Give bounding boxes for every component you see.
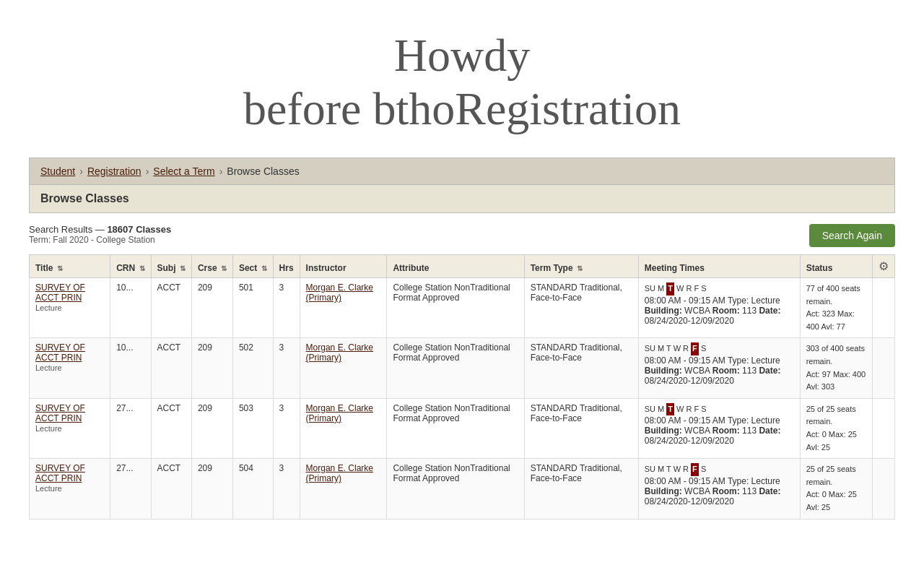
cell-instructor: Morgan E. Clarke (Primary) [300, 278, 387, 338]
status-detail: Act: 0 Max: 25 Avl: 25 [806, 428, 866, 454]
cell-hrs: 3 [273, 338, 300, 398]
instructor-link[interactable]: Morgan E. Clarke (Primary) [306, 463, 373, 483]
meeting-building: Building: WCBA Room: 113 Date: 08/24/202… [645, 486, 794, 506]
header-line1: Howdy [14, 29, 910, 82]
cell-hrs: 3 [273, 398, 300, 458]
col-crn: CRN ⇅ [110, 255, 151, 278]
status-seats: 303 of 400 seats remain. [806, 342, 866, 368]
course-link[interactable]: SURVEY OF ACCT PRIN [35, 463, 104, 483]
cell-status: 77 of 400 seats remain. Act: 323 Max: 40… [800, 278, 872, 338]
cell-subj: ACCT [151, 398, 191, 458]
meeting-days: SU M T W R F S [645, 463, 794, 476]
cell-crn: 10... [110, 338, 151, 398]
meeting-building: Building: WCBA Room: 113 Date: 08/24/202… [645, 366, 794, 386]
main-container: Student › Registration › Select a Term ›… [29, 158, 895, 519]
meeting-time-text: 08:00 AM - 09:15 AM Type: Lecture [645, 355, 794, 366]
cell-crn: 27... [110, 459, 151, 519]
cell-crse: 209 [191, 398, 232, 458]
course-link[interactable]: SURVEY OF ACCT PRIN [35, 403, 104, 423]
breadcrumb: Student › Registration › Select a Term ›… [29, 158, 895, 185]
cell-attribute: College Station NonTraditional Format Ap… [387, 278, 524, 338]
breadcrumb-sep-2: › [146, 165, 149, 177]
search-again-button[interactable]: Search Again [809, 224, 895, 247]
col-sect: Sect ⇅ [232, 255, 273, 278]
day-highlight: T [666, 403, 674, 416]
breadcrumb-current: Browse Classes [227, 165, 299, 177]
cell-subj: ACCT [151, 278, 191, 338]
table-header-row: Title ⇅ CRN ⇅ Subj ⇅ Crse ⇅ Sect ⇅ Hrs I… [30, 255, 895, 278]
meeting-building: Building: WCBA Room: 113 Date: 08/24/202… [645, 306, 794, 326]
cell-instructor: Morgan E. Clarke (Primary) [300, 459, 387, 519]
cell-meeting-times: SU M T W R F S 08:00 AM - 09:15 AM Type:… [638, 278, 800, 338]
day-highlight: T [666, 282, 674, 296]
cell-meeting-times: SU M T W R F S 08:00 AM - 09:15 AM Type:… [638, 398, 800, 458]
cell-meeting-times: SU M T W R F S 08:00 AM - 09:15 AM Type:… [638, 459, 800, 519]
col-title: Title ⇅ [30, 255, 110, 278]
cell-sect: 504 [232, 459, 273, 519]
course-link[interactable]: SURVEY OF ACCT PRIN [35, 282, 104, 303]
cell-term-type: STANDARD Traditional, Face-to-Face [524, 338, 638, 398]
table-row: SURVEY OF ACCT PRIN Lecture 10... ACCT 2… [30, 338, 895, 398]
meeting-building: Building: WCBA Room: 113 Date: 08/24/202… [645, 426, 794, 446]
day-highlight: F [691, 463, 699, 476]
sort-icon-term-type: ⇅ [577, 264, 583, 272]
cell-subj: ACCT [151, 338, 191, 398]
cell-title: SURVEY OF ACCT PRIN Lecture [30, 459, 110, 519]
table-row: SURVEY OF ACCT PRIN Lecture 27... ACCT 2… [30, 398, 895, 458]
status-detail: Act: 323 Max: 400 Avl: 77 [806, 308, 866, 333]
cell-instructor: Morgan E. Clarke (Primary) [300, 338, 387, 398]
meeting-days: SU M T W R F S [645, 342, 794, 355]
breadcrumb-student[interactable]: Student [40, 165, 75, 177]
status-detail: Act: 97 Max: 400 Avl: 303 [806, 368, 866, 394]
cell-status: 25 of 25 seats remain. Act: 0 Max: 25 Av… [800, 398, 872, 458]
browse-classes-title: Browse Classes [29, 185, 895, 213]
cell-title: SURVEY OF ACCT PRIN Lecture [30, 398, 110, 458]
status-seats: 25 of 25 seats remain. [806, 463, 866, 488]
col-instructor: Instructor [300, 255, 387, 278]
col-status: Status [800, 255, 872, 278]
course-type: Lecture [35, 424, 62, 433]
cell-crse: 209 [191, 459, 232, 519]
instructor-link[interactable]: Morgan E. Clarke (Primary) [306, 403, 373, 423]
cell-actions [872, 278, 894, 338]
cell-hrs: 3 [273, 278, 300, 338]
breadcrumb-registration[interactable]: Registration [87, 165, 141, 177]
cell-title: SURVEY OF ACCT PRIN Lecture [30, 278, 110, 338]
results-label: Search Results — [29, 224, 107, 235]
breadcrumb-sep-3: › [219, 165, 223, 177]
header-line2: before bthoRegistration [14, 82, 910, 136]
results-header: Search Results — 18607 Classes Term: Fal… [29, 224, 895, 247]
sort-icon-sect: ⇅ [261, 264, 267, 272]
cell-term-type: STANDARD Traditional, Face-to-Face [524, 398, 638, 458]
cell-instructor: Morgan E. Clarke (Primary) [300, 398, 387, 458]
cell-actions [872, 398, 894, 458]
instructor-link[interactable]: Morgan E. Clarke (Primary) [306, 282, 373, 303]
course-type: Lecture [35, 303, 62, 312]
results-count: 18607 Classes [107, 224, 171, 235]
cell-hrs: 3 [273, 459, 300, 519]
meeting-days: SU M T W R F S [645, 403, 794, 416]
status-seats: 77 of 400 seats remain. [806, 282, 866, 308]
meeting-time-text: 08:00 AM - 09:15 AM Type: Lecture [645, 476, 794, 486]
cell-actions [872, 459, 894, 519]
results-table: Title ⇅ CRN ⇅ Subj ⇅ Crse ⇅ Sect ⇅ Hrs I… [29, 254, 895, 519]
cell-sect: 502 [232, 338, 273, 398]
meeting-time-text: 08:00 AM - 09:15 AM Type: Lecture [645, 415, 794, 426]
sort-icon-crse: ⇅ [221, 264, 227, 272]
results-info: Search Results — 18607 Classes Term: Fal… [29, 224, 171, 245]
cell-status: 303 of 400 seats remain. Act: 97 Max: 40… [800, 338, 872, 398]
sort-icon-subj: ⇅ [180, 264, 186, 272]
cell-attribute: College Station NonTraditional Format Ap… [387, 459, 524, 519]
col-crse: Crse ⇅ [191, 255, 232, 278]
gear-button[interactable]: ⚙ [879, 259, 889, 273]
cell-status: 25 of 25 seats remain. Act: 0 Max: 25 Av… [800, 459, 872, 519]
meeting-time-text: 08:00 AM - 09:15 AM Type: Lecture [645, 296, 794, 306]
instructor-link[interactable]: Morgan E. Clarke (Primary) [306, 342, 373, 363]
cell-sect: 501 [232, 278, 273, 338]
col-attribute: Attribute [387, 255, 524, 278]
cell-sect: 503 [232, 398, 273, 458]
day-highlight: F [691, 342, 699, 355]
cell-crse: 209 [191, 278, 232, 338]
course-link[interactable]: SURVEY OF ACCT PRIN [35, 342, 104, 363]
breadcrumb-select-term[interactable]: Select a Term [153, 165, 214, 177]
